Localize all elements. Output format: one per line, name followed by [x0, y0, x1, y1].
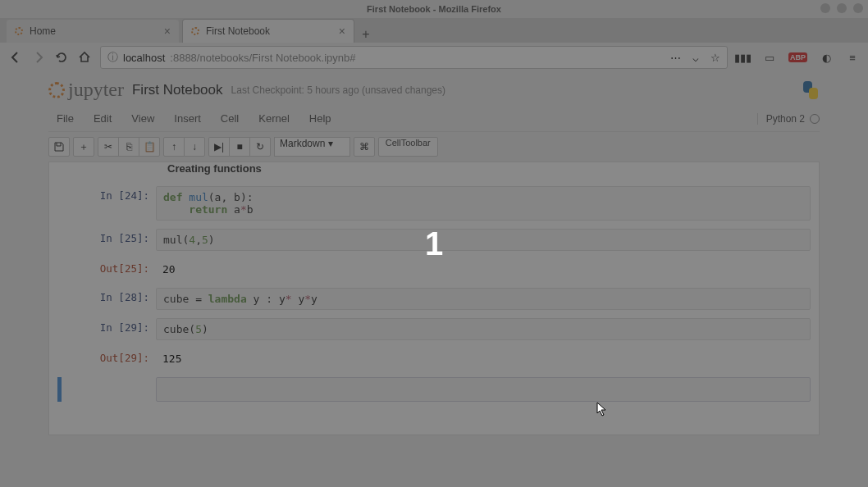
- code-cell[interactable]: In [29]: cube(5): [57, 318, 811, 340]
- menu-edit[interactable]: Edit: [85, 109, 120, 128]
- url-rest: :8888/notebooks/First Notebook.ipynb#: [170, 52, 355, 64]
- jupyter-logo[interactable]: jupyter: [48, 79, 124, 101]
- browser-tab-home[interactable]: Home ×: [7, 20, 179, 43]
- output-prompt: Out[29]:: [57, 348, 156, 364]
- menu-help[interactable]: Help: [301, 109, 340, 128]
- code-input[interactable]: def mul(a, b): return a*b: [156, 186, 811, 221]
- output-row: Out[29]: 125: [57, 348, 811, 369]
- restart-kernel-button[interactable]: ↻: [249, 137, 271, 157]
- new-tab-button[interactable]: +: [358, 26, 374, 43]
- input-prompt: [62, 377, 156, 380]
- menubar: File Edit View Insert Cell Kernel Help P…: [48, 106, 820, 132]
- checkpoint-status: Last Checkpoint: 5 hours ago (unsaved ch…: [231, 84, 446, 96]
- kernel-name[interactable]: Python 2: [766, 113, 805, 125]
- output-row: Out[25]: 20: [57, 259, 811, 280]
- menu-insert[interactable]: Insert: [166, 109, 209, 128]
- close-window-icon[interactable]: [853, 3, 863, 13]
- back-button[interactable]: [8, 50, 23, 65]
- maximize-icon[interactable]: [837, 3, 847, 13]
- code-input[interactable]: cube(5): [156, 318, 811, 340]
- code-cell[interactable]: In [25]: mul(4,5): [57, 229, 811, 251]
- menu-kernel[interactable]: Kernel: [250, 109, 298, 128]
- bookmark-star-icon[interactable]: ☆: [710, 52, 720, 64]
- selected-empty-cell[interactable]: [57, 377, 811, 402]
- output-text: 20: [156, 259, 811, 280]
- jupyter-favicon-icon: [191, 27, 199, 35]
- kernel-status-icon: [810, 114, 820, 124]
- window-title-text: First Notebook - Mozilla Firefox: [367, 4, 501, 14]
- tab-label: Home: [30, 25, 56, 37]
- command-palette-button[interactable]: ⌘: [354, 137, 375, 157]
- move-cell-up-button[interactable]: ↑: [163, 137, 185, 157]
- library-icon[interactable]: ▮▮▮: [736, 50, 751, 65]
- info-icon[interactable]: ⓘ: [107, 50, 118, 65]
- input-prompt: In [25]:: [57, 229, 156, 244]
- paste-cell-button[interactable]: 📋: [139, 137, 160, 157]
- reader-icon[interactable]: ▭: [762, 50, 777, 65]
- code-input[interactable]: cube = lambda y : y* y*y: [156, 288, 811, 310]
- adblock-icon[interactable]: ABP: [788, 52, 807, 62]
- jupyter-logo-text: jupyter: [68, 79, 124, 101]
- move-cell-down-button[interactable]: ↓: [184, 137, 205, 157]
- output-text: 125: [156, 348, 811, 369]
- menu-cell[interactable]: Cell: [212, 109, 247, 128]
- celltoolbar-button[interactable]: CellToolbar: [378, 137, 438, 157]
- cell-type-value: Markdown: [280, 138, 325, 149]
- pocket-icon[interactable]: ⌵: [692, 52, 699, 64]
- browser-tab-notebook[interactable]: First Notebook ×: [182, 19, 354, 43]
- close-tab-icon[interactable]: ×: [164, 25, 171, 38]
- menu-file[interactable]: File: [48, 109, 82, 128]
- menu-icon[interactable]: ≡: [845, 50, 860, 65]
- code-cell[interactable]: In [24]: def mul(a, b): return a*b: [57, 186, 811, 221]
- home-button[interactable]: [77, 50, 92, 65]
- code-input[interactable]: [156, 377, 811, 402]
- window-title-bar: First Notebook - Mozilla Firefox: [0, 0, 868, 18]
- cut-cell-button[interactable]: ✂: [98, 137, 119, 157]
- page-actions-icon[interactable]: ⋯: [670, 52, 681, 64]
- jupyter-logo-icon: [48, 82, 65, 98]
- minimize-icon[interactable]: [820, 3, 830, 13]
- reload-button[interactable]: [54, 50, 69, 65]
- input-prompt: In [29]:: [57, 318, 156, 334]
- markdown-heading[interactable]: Creating functions: [57, 162, 811, 178]
- code-cell[interactable]: In [28]: cube = lambda y : y* y*y: [57, 288, 811, 310]
- profile-icon[interactable]: ◐: [819, 50, 834, 65]
- run-cell-button[interactable]: ▶|: [208, 137, 230, 157]
- code-input[interactable]: mul(4,5): [156, 229, 811, 251]
- notebook-header: jupyter First Notebook Last Checkpoint: …: [48, 72, 820, 106]
- jupyter-favicon-icon: [15, 27, 23, 35]
- url-host: localhost: [123, 52, 165, 64]
- input-prompt: In [28]:: [57, 288, 156, 303]
- forward-button[interactable]: [31, 50, 46, 65]
- url-bar[interactable]: ⓘ localhost:8888/notebooks/First Noteboo…: [100, 46, 728, 69]
- tab-label: First Notebook: [206, 25, 270, 37]
- tab-strip: Home × First Notebook × +: [0, 18, 868, 43]
- copy-cell-button[interactable]: ⎘: [118, 137, 139, 157]
- interrupt-kernel-button[interactable]: ■: [229, 137, 250, 157]
- output-prompt: Out[25]:: [57, 259, 156, 275]
- cell-type-select[interactable]: Markdown ▾: [274, 137, 350, 157]
- notebook-cells-area[interactable]: Creating functions In [24]: def mul(a, b…: [48, 162, 820, 435]
- nav-bar: ⓘ localhost:8888/notebooks/First Noteboo…: [0, 43, 868, 72]
- save-button[interactable]: [48, 137, 70, 157]
- close-tab-icon[interactable]: ×: [339, 25, 345, 38]
- menu-view[interactable]: View: [123, 109, 162, 128]
- python-kernel-logo-icon: [802, 81, 820, 99]
- toolbar: ＋ ✂ ⎘ 📋 ↑ ↓ ▶| ■ ↻ Markdown ▾ ⌘ CellTool…: [48, 132, 820, 162]
- input-prompt: In [24]:: [57, 186, 156, 202]
- notebook-title[interactable]: First Notebook: [132, 82, 223, 98]
- insert-cell-button[interactable]: ＋: [73, 137, 94, 157]
